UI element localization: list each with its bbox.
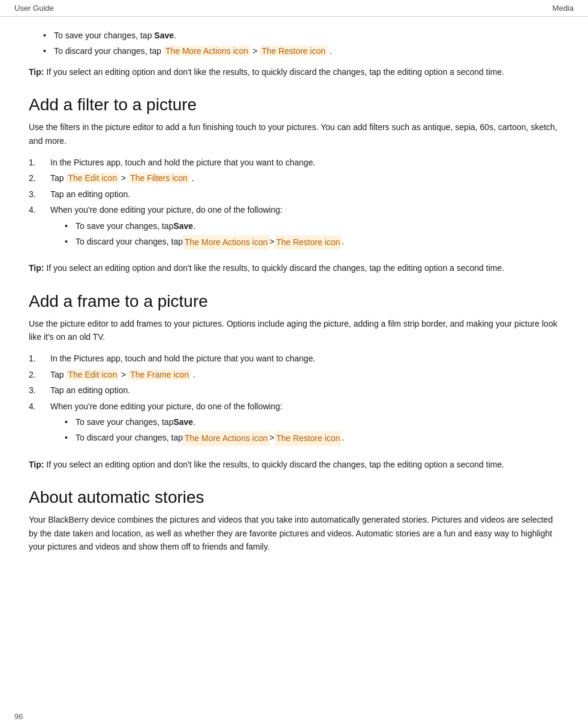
save-bold-frame: Save: [173, 415, 193, 429]
more-actions-link-filter[interactable]: The More Actions icon: [183, 235, 270, 249]
filter-steps-list: 1. In the Pictures app, touch and hold t…: [29, 156, 559, 254]
frame-sub-bullets: To save your changes, tap Save. To disca…: [50, 415, 559, 446]
bullet-text-before: To discard your changes, tap: [54, 46, 164, 56]
frame-section-title: Add a frame to a picture: [29, 292, 559, 311]
filter-tip: Tip: If you select an editing option and…: [29, 261, 559, 274]
frame-icon-link[interactable]: The Frame icon: [128, 369, 191, 380]
list-item: 3. Tap an editing option.: [29, 188, 559, 201]
page-header: User Guide Media: [0, 0, 588, 17]
list-item: To save your changes, tap Save.: [65, 415, 559, 429]
intro-tip: Tip: If you select an editing option and…: [29, 65, 559, 79]
page-content: To save your changes, tap Save. To disca…: [0, 17, 588, 586]
page-footer: 96: [14, 712, 23, 721]
auto-stories-intro: Your BlackBerry device combines the pict…: [29, 513, 559, 553]
header-left: User Guide: [14, 4, 54, 13]
list-item: 4. When you're done editing your picture…: [29, 400, 559, 451]
list-item: 3. Tap an editing option.: [29, 384, 559, 397]
edit-icon-link-filter[interactable]: The Edit icon: [66, 173, 119, 183]
list-item: To save your changes, tap Save.: [43, 29, 559, 42]
frame-tip: Tip: If you select an editing option and…: [29, 458, 559, 471]
frame-section-intro: Use the picture editor to add frames to …: [29, 317, 559, 344]
save-bold-filter: Save: [173, 219, 193, 233]
filter-section-title: Add a filter to a picture: [29, 95, 559, 114]
auto-stories-title: About automatic stories: [29, 488, 559, 507]
restore-link-frame[interactable]: The Restore icon: [275, 431, 342, 445]
list-item: 2. Tap The Edit icon > The Frame icon .: [29, 368, 559, 381]
page-number: 96: [14, 712, 23, 721]
list-item: 1. In the Pictures app, touch and hold t…: [29, 156, 559, 169]
filter-sub-bullets: To save your changes, tap Save. To disca…: [50, 219, 559, 250]
more-actions-link-1[interactable]: The More Actions icon: [164, 46, 251, 56]
list-item: 2. Tap The Edit icon > The Filters icon …: [29, 171, 559, 185]
bullet-text-after: .: [174, 31, 176, 40]
list-item: To save your changes, tap Save.: [65, 219, 559, 233]
list-item: 4. When you're done editing your picture…: [29, 203, 559, 254]
tip-label: Tip:: [29, 263, 44, 273]
bullet-text-before: To save your changes, tap: [54, 31, 154, 40]
filter-section-intro: Use the filters in the picture editor to…: [29, 120, 559, 147]
header-right: Media: [553, 4, 574, 13]
filters-icon-link[interactable]: The Filters icon: [128, 173, 189, 183]
tip-label: Tip:: [29, 67, 44, 77]
list-item: To discard your changes, tap The More Ac…: [65, 431, 559, 445]
list-item: To discard your changes, tap The More Ac…: [65, 235, 559, 249]
intro-bullets: To save your changes, tap Save. To disca…: [29, 29, 559, 58]
tip-text: If you select an editing option and don'…: [44, 263, 504, 273]
frame-steps-list: 1. In the Pictures app, touch and hold t…: [29, 352, 559, 450]
tip-label: Tip:: [29, 460, 44, 469]
edit-icon-link-frame[interactable]: The Edit icon: [66, 369, 119, 380]
more-actions-link-frame[interactable]: The More Actions icon: [183, 431, 270, 445]
restore-link-1[interactable]: The Restore icon: [260, 46, 327, 56]
separator-1: >: [250, 46, 260, 56]
bullet-text-after: .: [327, 46, 332, 56]
list-item: To discard your changes, tap The More Ac…: [43, 44, 559, 58]
list-item: 1. In the Pictures app, touch and hold t…: [29, 352, 559, 365]
save-bold: Save: [154, 31, 174, 40]
tip-text: If you select an editing option and don'…: [44, 460, 504, 469]
tip-text: If you select an editing option and don'…: [44, 67, 504, 77]
restore-link-filter[interactable]: The Restore icon: [275, 235, 342, 249]
